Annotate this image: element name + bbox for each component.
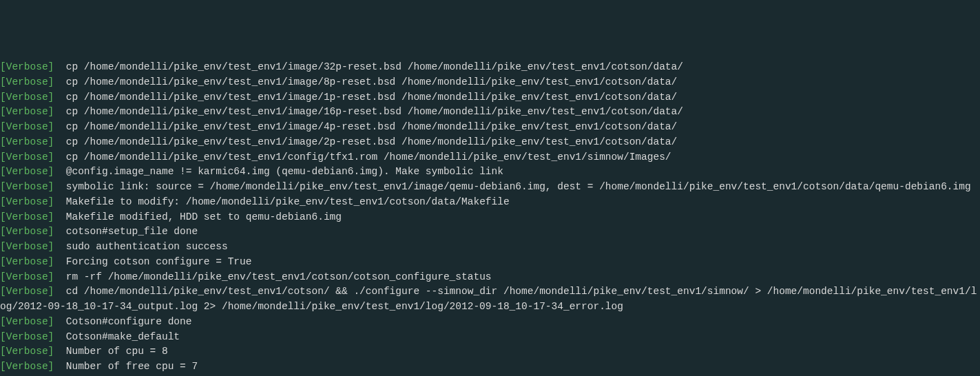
log-line: [Verbose] @config.image_name != karmic64… — [0, 165, 980, 180]
log-text: cp /home/mondelli/pike_env/test_env1/ima… — [54, 106, 683, 117]
log-line: [Verbose] rm -rf /home/mondelli/pike_env… — [0, 270, 980, 285]
log-tag: [Verbose] — [0, 346, 54, 357]
log-tag: [Verbose] — [0, 196, 54, 207]
log-line: [Verbose] cp /home/mondelli/pike_env/tes… — [0, 150, 980, 165]
log-text: cp /home/mondelli/pike_env/test_env1/ima… — [54, 121, 677, 132]
log-text: Forcing cotson configure = True — [54, 256, 251, 267]
log-text: cp /home/mondelli/pike_env/test_env1/ima… — [54, 61, 683, 72]
log-line: [Verbose] Cotson#configure done — [0, 315, 980, 330]
log-text: Cotson#make_default — [54, 331, 180, 342]
log-line: [Verbose] Forcing cotson configure = Tru… — [0, 255, 980, 270]
log-line: [Verbose] cotson#setup_file done — [0, 224, 980, 240]
log-tag: [Verbose] — [0, 361, 54, 372]
log-text: cotson#setup_file done — [54, 226, 198, 237]
log-text: @config.image_name != karmic64.img (qemu… — [54, 166, 503, 177]
log-tag: [Verbose] — [0, 152, 54, 163]
log-text: Number of free cpu = 7 — [54, 361, 198, 372]
log-tag: [Verbose] — [0, 226, 54, 237]
log-tag: [Verbose] — [0, 166, 54, 177]
log-line: [Verbose] cp /home/mondelli/pike_env/tes… — [0, 90, 980, 105]
log-line: [Verbose] cp /home/mondelli/pike_env/tes… — [0, 135, 980, 150]
log-line: [Verbose] cp /home/mondelli/pike_env/tes… — [0, 105, 980, 120]
log-line: [Verbose] Number of cpu = 8 — [0, 344, 980, 359]
log-tag: [Verbose] — [0, 92, 54, 103]
log-tag: [Verbose] — [0, 316, 54, 327]
log-line: [Verbose] Makefile to modify: /home/mond… — [0, 195, 980, 210]
log-line: [Verbose] cp /home/mondelli/pike_env/tes… — [0, 75, 980, 90]
log-line: [Verbose] sudo authentication success — [0, 240, 980, 255]
log-text: cp /home/mondelli/pike_env/test_env1/ima… — [54, 92, 677, 103]
log-text: cd /home/mondelli/pike_env/test_env1/cot… — [0, 286, 977, 312]
log-text: cp /home/mondelli/pike_env/test_env1/con… — [54, 152, 671, 163]
terminal-output[interactable]: [Verbose] cp /home/mondelli/pike_env/tes… — [0, 60, 980, 376]
log-line: [Verbose] Number of free cpu = 7 — [0, 359, 980, 375]
log-text: cp /home/mondelli/pike_env/test_env1/ima… — [54, 136, 677, 147]
log-tag: [Verbose] — [0, 241, 54, 252]
log-text: cp /home/mondelli/pike_env/test_env1/ima… — [54, 76, 677, 87]
log-tag: [Verbose] — [0, 271, 54, 282]
log-text: Makefile to modify: /home/mondelli/pike_… — [54, 196, 509, 207]
log-text: rm -rf /home/mondelli/pike_env/test_env1… — [54, 271, 491, 282]
log-line: [Verbose] cd /home/mondelli/pike_env/tes… — [0, 284, 980, 315]
log-tag: [Verbose] — [0, 121, 54, 132]
log-line: [Verbose] cp /home/mondelli/pike_env/tes… — [0, 60, 980, 75]
log-tag: [Verbose] — [0, 136, 54, 147]
log-text: symbolic link: source = /home/mondelli/p… — [54, 181, 970, 192]
log-line: [Verbose] symbolic link: source = /home/… — [0, 180, 980, 195]
log-line: [Verbose] Cotson#make_default — [0, 330, 980, 345]
log-text: Makefile modified, HDD set to qemu-debia… — [54, 211, 342, 222]
log-tag: [Verbose] — [0, 106, 54, 117]
log-text: Number of cpu = 8 — [54, 346, 167, 357]
log-text: sudo authentication success — [54, 241, 227, 252]
log-tag: [Verbose] — [0, 331, 54, 342]
log-text: Cotson#configure done — [54, 316, 191, 327]
log-line: [Verbose] cp /home/mondelli/pike_env/tes… — [0, 120, 980, 135]
log-tag: [Verbose] — [0, 61, 54, 72]
log-tag: [Verbose] — [0, 76, 54, 87]
log-tag: [Verbose] — [0, 286, 54, 297]
log-tag: [Verbose] — [0, 256, 54, 267]
log-tag: [Verbose] — [0, 181, 54, 192]
log-tag: [Verbose] — [0, 211, 54, 222]
log-line: [Verbose] Makefile modified, HDD set to … — [0, 210, 980, 225]
